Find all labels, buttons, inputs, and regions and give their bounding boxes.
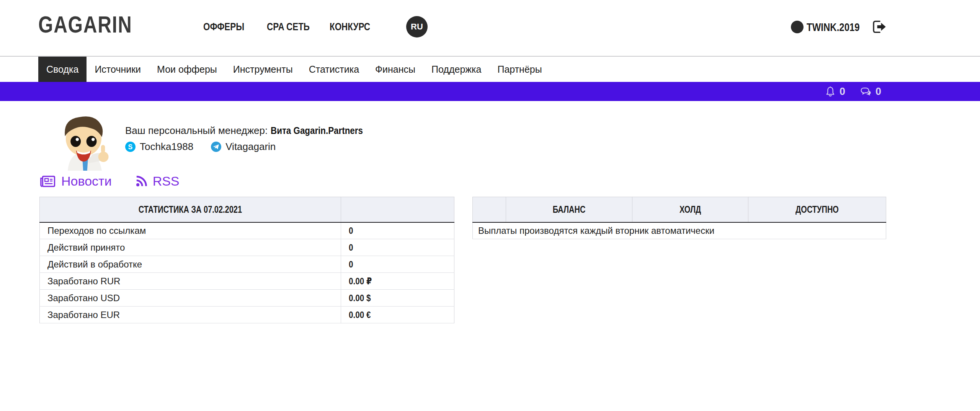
username[interactable]: TWINK.2019 (807, 21, 860, 33)
top-menu-cpa-net[interactable]: CPA СЕТЬ (267, 21, 310, 32)
chat-count: 0 (875, 86, 881, 97)
stats-table-empty-header (341, 197, 454, 222)
stat-value: 0.00 € (349, 310, 371, 320)
tab-svodka[interactable]: Сводка (38, 57, 87, 82)
manager-avatar (58, 113, 112, 171)
stat-value: 0 (349, 225, 353, 236)
tab-statistika[interactable]: Статистика (301, 57, 367, 82)
manager-contacts: S Tochka1988 Vitagagarin (125, 141, 276, 153)
logout-icon[interactable] (871, 20, 887, 34)
stat-label: Действий принято (40, 239, 341, 256)
stat-value: 0.00 $ (349, 293, 371, 303)
tab-finansy[interactable]: Финансы (367, 57, 423, 82)
manager-name: Вита Gagarin.Partners (271, 125, 363, 137)
manager-label: Ваш персональный менеджер: (125, 125, 268, 136)
skype-contact[interactable]: S Tochka1988 (125, 141, 193, 153)
notification-bar: 0 0 (0, 82, 980, 101)
telegram-login: Vitagagarin (225, 141, 276, 153)
tab-podderzhka[interactable]: Поддержка (423, 57, 489, 82)
rss-label: RSS (153, 174, 180, 189)
stats-table-title: СТАТИСТИКА ЗА 07.02.2021 (139, 204, 242, 215)
language-badge[interactable]: RU (406, 16, 428, 38)
table-row: Переходов по ссылкам 0 (40, 222, 454, 239)
tables-row: СТАТИСТИКА ЗА 07.02.2021 Переходов по сс… (39, 197, 886, 323)
bell-icon (825, 86, 836, 97)
top-header: GAGARIN ОФФЕРЫ CPA СЕТЬ КОНКУРС RU TWINK… (0, 0, 980, 57)
stats-table-title-cell: СТАТИСТИКА ЗА 07.02.2021 (40, 197, 341, 222)
stat-label: Действий в обработке (40, 256, 341, 273)
table-row: Действий в обработке 0 (40, 256, 454, 273)
manager-line: Ваш персональный менеджер:Вита Gagarin.P… (125, 125, 378, 137)
balance-table-header-row: БАЛАНС ХОЛД ДОСТУПНО (473, 197, 886, 222)
table-row: Выплаты производятся каждый вторник авто… (473, 222, 886, 239)
tab-moi-offery[interactable]: Мои офферы (149, 57, 225, 82)
user-avatar-dot (791, 21, 804, 33)
table-row: Заработано USD 0.00 $ (40, 290, 454, 307)
telegram-contact[interactable]: Vitagagarin (211, 141, 276, 153)
tab-istochniki[interactable]: Источники (87, 57, 149, 82)
skype-icon: S (125, 142, 136, 152)
stat-label: Заработано EUR (40, 307, 341, 323)
notifications-bell[interactable]: 0 (825, 86, 845, 97)
available-header: ДОСТУПНО (748, 197, 886, 222)
main-nav-tabs: Сводка Источники Мои офферы Инструменты … (0, 57, 980, 82)
chat-icon (860, 86, 872, 97)
logo[interactable]: GAGARIN (38, 14, 132, 35)
stats-table-header-row: СТАТИСТИКА ЗА 07.02.2021 (40, 197, 454, 222)
table-row: Действий принято 0 (40, 239, 454, 256)
bell-count: 0 (840, 86, 845, 97)
rss-link[interactable]: RSS (136, 174, 180, 189)
stat-label: Переходов по ссылкам (40, 222, 341, 239)
stat-value: 0 (349, 259, 353, 270)
tab-instrumenty[interactable]: Инструменты (225, 57, 301, 82)
tab-partnery[interactable]: Партнёры (489, 57, 550, 82)
telegram-icon (211, 142, 221, 152)
news-link[interactable]: Новости (39, 174, 112, 189)
top-menu-offers[interactable]: ОФФЕРЫ (203, 21, 244, 32)
table-row: Заработано EUR 0.00 € (40, 307, 454, 323)
balance-empty-header (473, 197, 506, 222)
table-row: Заработано RUR 0.00 ₽ (40, 273, 454, 290)
svg-text:S: S (128, 143, 133, 151)
balance-header: БАЛАНС (506, 197, 632, 222)
skype-login: Tochka1988 (140, 141, 193, 153)
rss-icon (136, 175, 147, 187)
hold-header: ХОЛД (632, 197, 748, 222)
main-content: Ваш персональный менеджер:Вита Gagarin.P… (0, 101, 980, 410)
newspaper-icon (39, 175, 56, 188)
stat-value: 0.00 ₽ (349, 276, 372, 287)
balance-table: БАЛАНС ХОЛД ДОСТУПНО Выплаты производятс… (472, 197, 886, 239)
stat-label: Заработано RUR (40, 273, 341, 290)
stat-label: Заработано USD (40, 290, 341, 307)
stat-value: 0 (349, 242, 353, 253)
notifications-chat[interactable]: 0 (860, 86, 881, 97)
top-menu-contest[interactable]: КОНКУРС (330, 21, 370, 32)
payout-note: Выплаты производятся каждый вторник авто… (473, 222, 886, 239)
news-row: Новости RSS (39, 174, 180, 189)
news-label: Новости (61, 174, 112, 189)
stats-table: СТАТИСТИКА ЗА 07.02.2021 Переходов по сс… (39, 197, 454, 323)
